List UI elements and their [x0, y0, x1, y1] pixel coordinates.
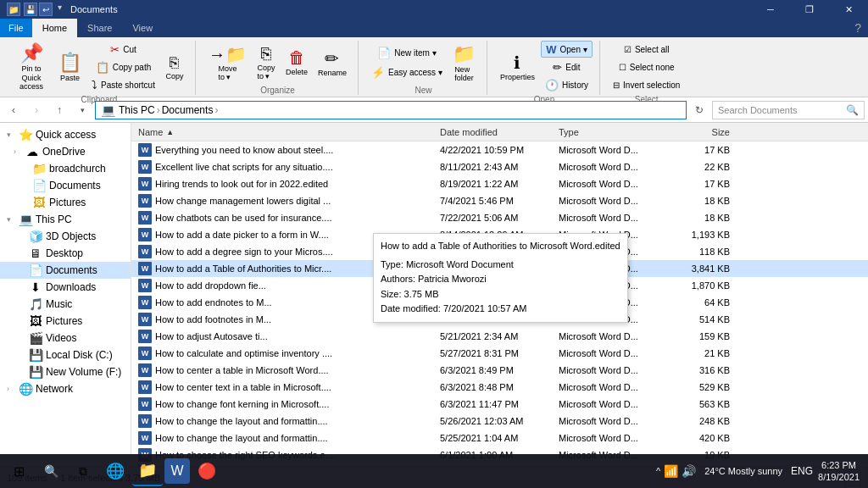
- col-name-header[interactable]: Name ▲: [131, 127, 437, 137]
- rename-button[interactable]: ✏ Rename: [314, 42, 351, 84]
- table-row[interactable]: W How change management lowers digital .…: [131, 192, 868, 209]
- up-button[interactable]: ↑: [49, 100, 70, 120]
- new-item-button[interactable]: 📄New item ▾: [367, 43, 447, 62]
- paste-button[interactable]: 📋 Paste: [54, 46, 86, 88]
- sidebar-item-pictures-fav[interactable]: 🖼 Pictures: [0, 194, 131, 211]
- sidebar-item-network[interactable]: › 🌐 Network: [0, 380, 131, 397]
- search-box[interactable]: Search Documents 🔍: [712, 101, 865, 119]
- word-button[interactable]: W: [164, 458, 190, 484]
- close-button[interactable]: ✕: [829, 0, 868, 19]
- tooltip-type: Type: Microsoft Word Document: [381, 258, 620, 273]
- sidebar-item-desktop[interactable]: 🖥 Desktop: [0, 245, 131, 262]
- maximize-button[interactable]: ❐: [790, 0, 829, 19]
- open-dropdown-button[interactable]: W Open ▾: [541, 41, 593, 58]
- tab-file[interactable]: File: [0, 19, 32, 37]
- expand-icon: ›: [7, 385, 15, 393]
- date-label: 8/19/2021: [818, 471, 860, 483]
- lang-indicator[interactable]: ENG: [791, 465, 813, 477]
- sidebar-item-3dobjects[interactable]: 🧊 3D Objects: [0, 228, 131, 245]
- copy-path-button[interactable]: 📋Copy path: [87, 58, 159, 75]
- paste-shortcut-button[interactable]: ⤵Paste shortcut: [87, 76, 159, 93]
- forward-button[interactable]: ›: [26, 100, 47, 120]
- invert-selection-button[interactable]: ⊟Invert selection: [609, 76, 684, 93]
- start-button[interactable]: ⊞: [3, 456, 34, 486]
- network-tray-icon[interactable]: 📶: [664, 464, 678, 478]
- explorer-button[interactable]: 📁: [132, 456, 163, 486]
- sidebar-item-thispc[interactable]: ▾ 💻 This PC: [0, 211, 131, 228]
- sidebar-item-onedrive[interactable]: › ☁ OneDrive: [0, 143, 131, 160]
- col-size-header[interactable]: Size: [665, 127, 733, 137]
- undo-quick-icon[interactable]: ↩: [39, 3, 53, 16]
- sidebar: ▾ ⭐ Quick access › ☁ OneDrive 📁 broadchu…: [0, 123, 131, 467]
- back-button[interactable]: ‹: [3, 100, 24, 120]
- copy-to-button[interactable]: ⎘ Copyto ▾: [253, 42, 280, 84]
- table-row[interactable]: W How to center a table in Microsoft Wor…: [131, 362, 868, 379]
- table-row[interactable]: W How chatbots can be used for insurance…: [131, 209, 868, 226]
- sidebar-item-localdisk[interactable]: 💾 Local Disk (C:): [0, 347, 131, 363]
- word-file-icon: W: [138, 194, 152, 208]
- sidebar-item-broadchurch[interactable]: 📁 broadchurch: [0, 160, 131, 177]
- path-thispc[interactable]: This PC: [119, 104, 155, 116]
- network-icon: 🌐: [19, 382, 32, 396]
- taskview-button[interactable]: ⧉: [68, 456, 98, 486]
- path-documents[interactable]: Documents: [162, 104, 214, 116]
- file-name: How to change font kerning in Microsoft.…: [155, 399, 329, 409]
- sidebar-item-documents[interactable]: 📄 Documents: [0, 262, 131, 279]
- volume-tray-icon[interactable]: 🔊: [682, 464, 696, 478]
- tooltip-size: Size: 3.75 MB: [381, 287, 620, 302]
- file-type: Microsoft Word D...: [555, 433, 665, 443]
- move-to-button[interactable]: →📁 Moveto ▾: [204, 42, 251, 84]
- sidebar-item-newvolume[interactable]: 💾 New Volume (F:): [0, 363, 131, 380]
- edge-button[interactable]: 🌐: [100, 456, 131, 486]
- tab-home[interactable]: Home: [32, 19, 77, 37]
- sidebar-item-downloads[interactable]: ⬇ Downloads: [0, 279, 131, 296]
- tab-view[interactable]: View: [122, 19, 163, 37]
- table-row[interactable]: W How to calculate and optimise inventor…: [131, 345, 868, 362]
- search-button[interactable]: 🔍: [36, 456, 66, 486]
- new-folder-button[interactable]: 📁 Newfolder: [448, 42, 480, 84]
- taskbar-tray: 24°C Mostly sunny: [698, 466, 789, 476]
- recent-locations-button[interactable]: ▾: [72, 100, 92, 120]
- table-row[interactable]: W How to adjust Autosave ti... 5/21/2021…: [131, 328, 868, 345]
- table-row[interactable]: W Excellent live chat scripts for any si…: [131, 158, 868, 175]
- refresh-button[interactable]: ↻: [689, 100, 709, 120]
- col-type-header[interactable]: Type: [555, 127, 665, 137]
- save-quick-icon[interactable]: 💾: [24, 3, 37, 16]
- sidebar-item-music[interactable]: 🎵 Music: [0, 296, 131, 313]
- table-row[interactable]: W How to change the layout and formattin…: [131, 430, 868, 446]
- documents-icon: 📄: [29, 263, 42, 277]
- table-row[interactable]: W How to change font kerning in Microsof…: [131, 396, 868, 413]
- tray-caret[interactable]: ^: [656, 466, 660, 476]
- file-name: How to center text in a table in Microso…: [155, 382, 331, 392]
- file-date: 6/3/2021 11:47 PM: [437, 399, 555, 409]
- table-row[interactable]: W How to change the layout and formattin…: [131, 413, 868, 430]
- select-none-button[interactable]: ☐Select none: [609, 58, 684, 75]
- col-date-header[interactable]: Date modified: [437, 127, 555, 137]
- sidebar-item-videos[interactable]: 🎬 Videos: [0, 330, 131, 347]
- videos-icon: 🎬: [29, 331, 42, 345]
- edit-button[interactable]: ✏Edit: [541, 58, 593, 75]
- history-button[interactable]: 🕐History: [541, 76, 593, 93]
- taskbar-time[interactable]: 6:23 PM 8/19/2021: [818, 459, 860, 484]
- sidebar-item-documents-fav[interactable]: 📄 Documents: [0, 177, 131, 194]
- table-row[interactable]: W How to center text in a table in Micro…: [131, 379, 868, 396]
- minimize-button[interactable]: ─: [751, 0, 790, 19]
- search-placeholder: Search Documents: [718, 105, 798, 115]
- chrome-button[interactable]: 🔴: [192, 456, 222, 486]
- file-name: How to add dropdown fie...: [155, 280, 266, 291]
- pin-to-quick-access-button[interactable]: 📌 Pin to Quickaccess: [10, 46, 53, 88]
- properties-button[interactable]: ℹ Properties: [496, 46, 539, 88]
- table-row[interactable]: W Hiring trends to look out for in 2022.…: [131, 175, 868, 192]
- tab-share[interactable]: Share: [77, 19, 122, 37]
- select-all-button[interactable]: ☑Select all: [609, 41, 684, 58]
- delete-button[interactable]: 🗑 Delete: [281, 42, 312, 84]
- sidebar-item-quickaccess[interactable]: ▾ ⭐ Quick access: [0, 126, 131, 143]
- ribbon-help-icon[interactable]: ?: [854, 21, 861, 35]
- easy-access-button[interactable]: ⚡Easy access ▾: [367, 63, 447, 81]
- address-path[interactable]: 💻 This PC › Documents ›: [95, 101, 687, 119]
- copy-button[interactable]: ⎘ Copy: [161, 46, 188, 88]
- cut-button[interactable]: ✂Cut: [87, 41, 159, 58]
- title-dropdown[interactable]: ▾: [58, 3, 62, 16]
- table-row[interactable]: W Everything you need to know about stee…: [131, 141, 868, 158]
- sidebar-item-pictures[interactable]: 🖼 Pictures: [0, 313, 131, 330]
